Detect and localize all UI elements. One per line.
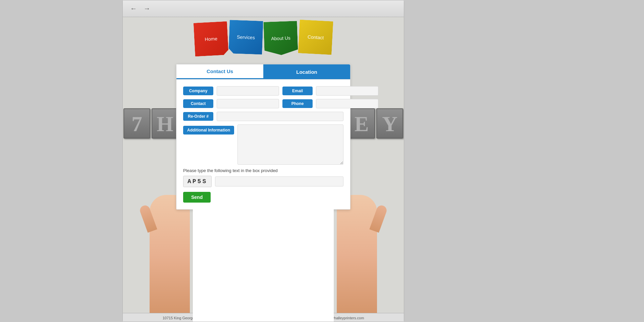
nav-area: Home Services About Us Contact (194, 20, 332, 54)
captcha-row: AP5S (183, 176, 343, 187)
nav-contact[interactable]: Contact (298, 19, 333, 55)
nav-about-label: About Us (271, 35, 290, 42)
nav-contact-label: Contact (307, 34, 324, 40)
reorder-button[interactable]: Re-Order # (183, 112, 213, 121)
hand-right-shape (337, 195, 377, 316)
forward-button[interactable]: → (142, 3, 152, 14)
block-h: H (152, 108, 178, 139)
hand-right (330, 195, 384, 322)
contact-phone-row: Contact Phone (183, 99, 343, 108)
hand-left-shape (150, 195, 190, 316)
nav-home-label: Home (205, 36, 217, 42)
block-7: 7 (123, 108, 150, 139)
browser-toolbar: ← → (123, 0, 404, 17)
phone-input[interactable] (316, 99, 378, 108)
right-blocks: E Y (347, 108, 404, 139)
form-container: Contact Us Location Company Email (176, 64, 351, 210)
captcha-image: AP5S (183, 176, 212, 187)
browser-content: 7 H A E Y Home Services Abou (123, 17, 404, 322)
form-body: Company Email Contact Phone (176, 79, 350, 209)
block-y: Y (376, 108, 403, 139)
contact-button[interactable]: Contact (183, 99, 213, 108)
captcha-input[interactable] (215, 176, 343, 186)
nav-home[interactable]: Home (194, 21, 229, 56)
send-button[interactable]: Send (183, 192, 211, 203)
tab-location[interactable]: Location (263, 64, 350, 79)
back-button[interactable]: ← (128, 3, 139, 14)
nav-services[interactable]: Services (228, 20, 263, 54)
phone-button[interactable]: Phone (282, 99, 313, 108)
email-input[interactable] (316, 86, 378, 96)
contact-input[interactable] (217, 99, 279, 108)
company-email-row: Company Email (183, 86, 343, 96)
tab-contact-us[interactable]: Contact Us (176, 64, 263, 79)
nav-services-label: Services (237, 34, 255, 41)
reorder-input[interactable] (217, 112, 343, 121)
email-button[interactable]: Email (282, 87, 313, 95)
paper-behind (193, 205, 334, 322)
hand-left (143, 195, 197, 322)
additional-info-button[interactable]: Additional Information (183, 126, 234, 135)
company-input[interactable] (217, 86, 279, 96)
tab-bar: Contact Us Location (176, 64, 350, 79)
additional-info-row: Additional Information (183, 124, 343, 165)
captcha-instruction: Please type the following text in the bo… (183, 168, 343, 173)
additional-info-textarea[interactable] (237, 124, 343, 165)
block-e: E (348, 108, 375, 139)
reorder-row: Re-Order # (183, 112, 343, 121)
nav-about[interactable]: About Us (263, 21, 298, 55)
company-button[interactable]: Company (183, 87, 213, 95)
